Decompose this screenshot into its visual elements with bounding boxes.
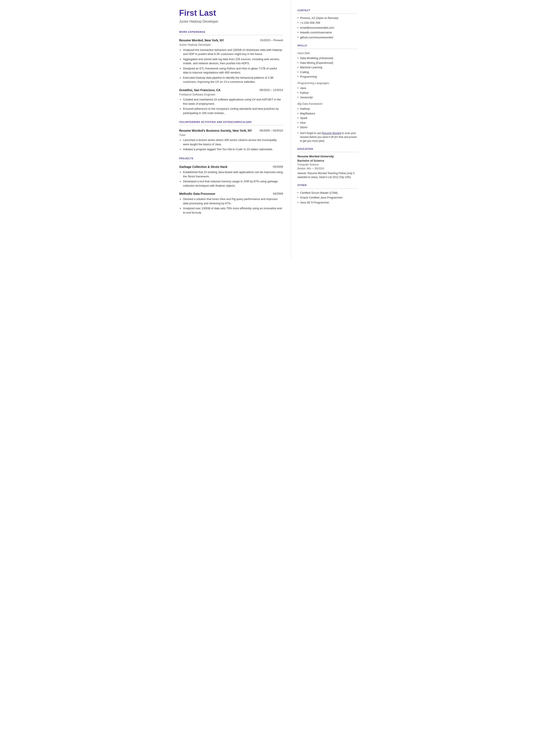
project-entry-1-date: 04/2009 bbox=[273, 192, 283, 196]
candidate-name: First Last bbox=[179, 9, 283, 18]
project-entry-1-bullets: Devised a solution that tunes Hive and P… bbox=[183, 197, 283, 215]
projects-header: PROJECTS bbox=[179, 157, 283, 160]
work-entry-0-role: Junior Hadoop Developer bbox=[179, 43, 283, 47]
volunteer-entry-0-header: Resume Worded's Business Society, New Yo… bbox=[179, 128, 283, 133]
other-header: OTHER bbox=[297, 183, 358, 187]
list-item: Certified Scrum Master (CSM). bbox=[297, 191, 358, 195]
list-item: MapReduce bbox=[297, 111, 358, 116]
list-item: Hadoop bbox=[297, 107, 358, 111]
edu-field: Computer Science bbox=[297, 163, 358, 167]
skills-divider bbox=[297, 49, 358, 49]
project-entry-0-date: 05/2009 bbox=[273, 165, 283, 169]
volunteering-divider bbox=[179, 125, 283, 126]
project-entry-1: Methodic Data Processor 04/2009 Devised … bbox=[179, 192, 283, 215]
volunteer-entry-0-bullets: Launched a lecture series where 400 seni… bbox=[183, 138, 283, 152]
edu-degree: Bachelor of Science bbox=[297, 159, 358, 163]
volunteer-entry-0-role: Tutor bbox=[179, 133, 283, 137]
left-column: First Last Junior Hadoop Developer WORK … bbox=[171, 0, 291, 259]
edu-awards: Awards: Resume Worded Teaching Fellow (o… bbox=[297, 171, 358, 179]
list-item: +1-234-456-789 bbox=[297, 21, 358, 25]
project-entry-0-header: Garbage Collection & Struts Hack 05/2009 bbox=[179, 165, 283, 169]
list-item: Coding bbox=[297, 70, 358, 74]
prog-langs-list: Java Python Javascript bbox=[297, 86, 358, 99]
list-item: Aggregated and stored web log data from … bbox=[183, 57, 283, 66]
list-item: Spark bbox=[297, 116, 358, 120]
list-item: Phoenix, AZ (Open to Remote) bbox=[297, 16, 358, 20]
contact-list: Phoenix, AZ (Open to Remote) +1-234-456-… bbox=[297, 16, 358, 40]
skills-header: SKILLS bbox=[297, 44, 358, 47]
list-item: Executed Hadoop data pipeline to identif… bbox=[183, 76, 283, 84]
work-entry-1-bullets: Created and maintained 19 software appli… bbox=[183, 98, 283, 115]
prog-lang-subtitle: Programming Languages: bbox=[297, 81, 358, 85]
project-entry-0-bullets: Established that 15 existing Java-based … bbox=[183, 170, 283, 188]
volunteer-entry-0-dates: 06/2009 – 04/2010 bbox=[260, 128, 283, 133]
work-entry-0-header: Resume Worded, New York, NY 01/2015 – Pr… bbox=[179, 38, 283, 43]
education-divider bbox=[297, 152, 358, 152]
project-entry-0: Garbage Collection & Struts Hack 05/2009… bbox=[179, 165, 283, 188]
project-entry-1-title: Methodic Data Processor bbox=[179, 192, 215, 196]
project-entry-1-header: Methodic Data Processor 04/2009 bbox=[179, 192, 283, 196]
list-item: Created and maintained 19 software appli… bbox=[183, 98, 283, 106]
education-entry: Resume Worded University Bachelor of Sci… bbox=[297, 154, 358, 179]
work-entry-0-company: Resume Worded, New York, NY bbox=[179, 38, 224, 43]
list-item: Initiated a program tagged 'Not Too Old … bbox=[183, 147, 283, 152]
list-item: Launched a lecture series where 400 seni… bbox=[183, 138, 283, 146]
list-item: Designed an ETL framework using Python a… bbox=[183, 66, 283, 75]
list-item: Programming bbox=[297, 74, 358, 79]
work-entry-1-header: Growthsi, San Francisco, CA 06/2010 – 12… bbox=[179, 88, 283, 93]
list-item: Data Modeling (Advanced) bbox=[297, 56, 358, 60]
list-item: Analyzed the transaction behaviors and 1… bbox=[183, 48, 283, 56]
contact-divider bbox=[297, 14, 358, 14]
list-item: github.com/resumeworded bbox=[297, 35, 358, 40]
work-entry-1-role: Freelance Software Engineer bbox=[179, 93, 283, 97]
projects-divider bbox=[179, 161, 283, 162]
work-entry-1: Growthsi, San Francisco, CA 06/2010 – 12… bbox=[179, 88, 283, 115]
edu-university: Resume Worded University bbox=[297, 154, 358, 159]
work-entry-1-company: Growthsi, San Francisco, CA bbox=[179, 88, 221, 93]
project-entry-0-title: Garbage Collection & Struts Hack bbox=[179, 165, 228, 169]
volunteering-header: VOLUNTEERING ACTIVITIES AND EXTRACURRICU… bbox=[179, 120, 283, 124]
list-item: Storm bbox=[297, 125, 358, 129]
skills-note-pre: Don't forget to use bbox=[300, 132, 322, 135]
resume-page: First Last Junior Hadoop Developer WORK … bbox=[171, 0, 365, 259]
list-item: Analyzed over 100GB of data sets 70% mor… bbox=[183, 206, 283, 215]
list-item: Established that 15 existing Java-based … bbox=[183, 170, 283, 179]
resume-worded-link[interactable]: Resume Worded bbox=[322, 132, 341, 135]
work-experience-divider bbox=[179, 35, 283, 35]
list-item: Hive bbox=[297, 121, 358, 125]
list-item: Javascript bbox=[297, 95, 358, 99]
other-list: Certified Scrum Master (CSM). Oracle Cer… bbox=[297, 191, 358, 205]
edu-location: Boston, MA — 05/2010 bbox=[297, 167, 358, 170]
work-entry-0-bullets: Analyzed the transaction behaviors and 1… bbox=[183, 48, 283, 84]
volunteer-entry-0: Resume Worded's Business Society, New Yo… bbox=[179, 128, 283, 152]
volunteer-entry-0-org: Resume Worded's Business Society, New Yo… bbox=[179, 128, 252, 133]
contact-header: CONTACT bbox=[297, 9, 358, 12]
work-entry-1-dates: 06/2010 – 12/2014 bbox=[260, 88, 283, 92]
list-item: linkedin.com/in/username bbox=[297, 30, 358, 35]
list-item: Java bbox=[297, 86, 358, 90]
skills-note: Don't forget to use Resume Worded to sca… bbox=[297, 131, 358, 143]
work-experience-header: WORK EXPERIENCE bbox=[179, 30, 283, 34]
list-item: Devised a solution that tunes Hive and P… bbox=[183, 197, 283, 205]
list-item: Python bbox=[297, 91, 358, 95]
work-entry-0: Resume Worded, New York, NY 01/2015 – Pr… bbox=[179, 38, 283, 84]
hard-skills-list: Data Modeling (Advanced) Data Mining (Ex… bbox=[297, 56, 358, 79]
candidate-title: Junior Hadoop Developer bbox=[179, 19, 283, 24]
list-item: Developed a tool that reduced memory usa… bbox=[183, 179, 283, 188]
list-item: Ensured adherence to the company's codin… bbox=[183, 107, 283, 115]
hard-skill-subtitle: Hard Skill: bbox=[297, 51, 358, 55]
big-data-subtitle: Big Data framework: bbox=[297, 102, 358, 106]
right-column: CONTACT Phoenix, AZ (Open to Remote) +1-… bbox=[291, 0, 365, 259]
list-item: Java SE 6 Programmer. bbox=[297, 200, 358, 205]
list-item: email@resumeworded.com bbox=[297, 26, 358, 30]
list-item: Data Mining (Experienced) bbox=[297, 61, 358, 65]
big-data-list: Hadoop MapReduce Spark Hive Storm bbox=[297, 107, 358, 129]
list-item: Oracle Certified Java Programmer. bbox=[297, 195, 358, 200]
work-entry-0-dates: 01/2015 – Present bbox=[260, 38, 283, 42]
list-item: Machine Learning bbox=[297, 65, 358, 70]
education-header: EDUCATION bbox=[297, 147, 358, 151]
